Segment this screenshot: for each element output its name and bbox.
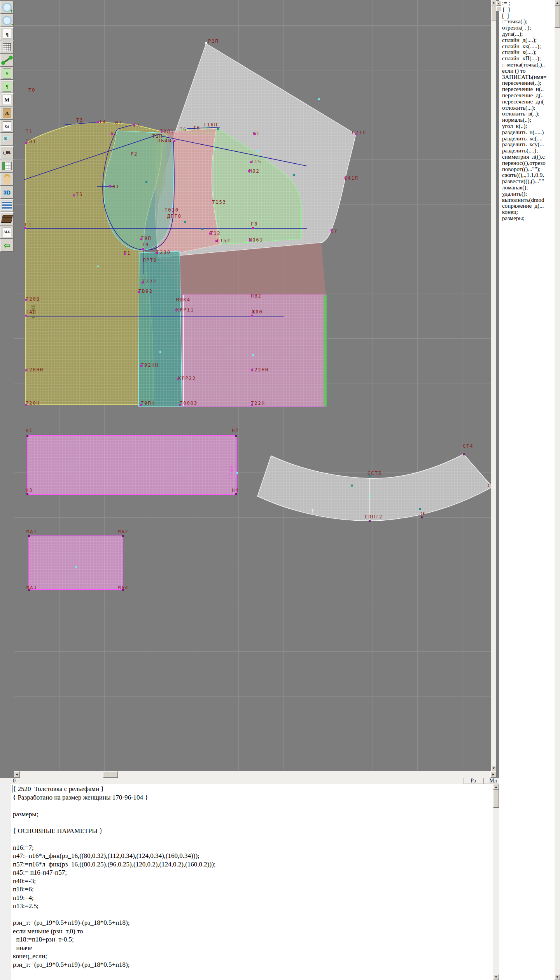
code-line[interactable]: п18:=п18+рзн_т-0.5; [13,935,216,944]
point-marker [250,161,252,163]
panel-scroll-down-button[interactable]: ▼ [555,974,560,980]
command-list-item[interactable]: разделить(....); [502,148,546,154]
command-list-item[interactable]: сжать((),.,1.1,0.9, [502,172,546,178]
panel-up-button[interactable]: ▲ [496,1,501,6]
canvas-scroll-up-button[interactable]: ▲ [491,0,496,5]
point-label: Н4 [232,488,239,493]
point-label: Н2 [232,428,239,433]
command-list-item[interactable]: сплайн к(....); [502,49,546,56]
command-list-item[interactable]: развести((),()..."" [502,178,546,185]
canvas-hscroll-thumb[interactable] [103,771,118,778]
piece-cuff-rect[interactable] [29,536,123,590]
editor-code[interactable]: { 2520 Толстовка с рельефами }{ Разработ… [13,785,216,969]
point-marker [257,150,259,152]
point-label: Т152 [216,238,231,243]
command-list-item[interactable]: :=точка(.); [502,19,546,25]
code-line[interactable]: п18:=6; [13,885,216,894]
editor-scroll-down-button[interactable]: ▼ [493,974,499,980]
command-list-item[interactable]: пересечение(..); [502,80,546,86]
command-list-item[interactable]: симметрия л(().с [502,154,546,160]
command-list-item[interactable]: пересечение н(.. [502,86,546,93]
command-list-item[interactable]: дуга(...); [502,31,546,37]
piece-band-rect[interactable] [27,436,236,495]
command-list-item[interactable]: :=метка(точка(.).. [502,62,546,68]
code-line[interactable]: п57:=п16*л_фнк(рз_16,((80,0.25),(96,0.25… [13,860,216,869]
point-marker [28,589,30,591]
code-line[interactable]: { 2520 Толстовка с рельефами } [13,785,216,793]
point-label: 07 [115,121,122,125]
command-list-item[interactable]: угол к(..); [502,123,546,130]
command-list-item[interactable]: ЗАПИСАТЬ(имя= [502,74,546,80]
command-list-item[interactable]: { } [502,7,546,13]
command-list-item[interactable]: конец; [502,209,546,215]
code-line[interactable]: п45:= п16-п47-п57; [13,868,216,877]
command-list-item[interactable]: сплайн кк(.....); [502,44,546,50]
code-line[interactable] [13,818,216,827]
panel-vscrollbar[interactable] [555,6,560,974]
command-list-item[interactable]: [ ] [502,13,546,19]
command-list-item[interactable]: сплайн кП(....); [502,56,546,62]
code-line[interactable]: рзн_т:=(рз_19*0.5+п19)-(рз_18*0.5+п18); [13,961,216,969]
point-marker [177,378,179,380]
point-marker [463,453,465,455]
code-line[interactable]: { ОСНОВНЫЕ ПАРАМЕТРЫ } [13,827,216,835]
command-list-item[interactable]: отложить в(..); [502,111,546,117]
command-list-item[interactable]: разделить кс(.... [502,136,546,142]
command-list-item[interactable]: размеры; [502,215,546,222]
code-line[interactable]: п40:=-3; [13,877,216,886]
code-line[interactable]: { Разработано на размер женщины 170-96-1… [13,793,216,802]
point-marker [142,282,144,284]
editor-scroll-up-button[interactable]: ▲ [493,784,499,790]
piece-collar-band[interactable] [257,454,491,521]
point-marker [140,238,142,240]
canvas-hscrollbar[interactable] [14,771,496,778]
panel-scroll-up-button[interactable]: ▲ [555,0,560,6]
command-list-item[interactable]: сопряжение д(... [502,203,546,209]
code-line[interactable]: п16:=7; [13,844,216,852]
canvas-scroll-left-button[interactable]: ◄ [14,771,20,778]
command-list-item[interactable]: поворот(()...""); [502,166,546,173]
program-editor[interactable]: { 2520 Толстовка с рельефами }{ Разработ… [0,784,493,980]
command-list-item[interactable]: сплайн д(....); [502,37,546,44]
canvas-vscrollbar[interactable] [491,5,496,766]
code-line[interactable]: п13:=2.5; [13,902,216,910]
command-list-item[interactable]: ломаная(); [502,185,546,191]
code-line[interactable]: размеры; [13,810,216,819]
mode-button-rz[interactable]: Рз [464,778,483,784]
point-marker [138,291,140,293]
canvas-scroll-right-button[interactable]: ► [490,771,496,778]
command-list-item[interactable]: разделить н(.....) [502,130,546,136]
command-list-item[interactable]: пересечение д(.. [502,93,546,99]
code-line[interactable] [13,910,216,919]
code-line[interactable]: рзн_т:=(рз_19*0.5+п19)-(рз_18*0.5+п18); [13,919,216,927]
command-list-item[interactable]: отрезок( . ); [502,25,546,31]
point-marker [252,354,254,356]
canvas-scroll-down-button[interactable]: ▼ [491,766,496,771]
panel-blank-button[interactable] [496,6,501,11]
code-line[interactable]: если меньше (рзн_т,0) то [13,927,216,936]
editor-vscrollbar[interactable] [493,790,499,974]
point-label: Р2 [131,152,138,156]
code-line[interactable]: конец_если; [13,952,216,961]
code-line[interactable] [13,802,216,810]
command-list-item[interactable]: := ; [502,0,546,7]
code-line[interactable] [13,835,216,844]
command-list-item[interactable]: удалить(); [502,191,546,197]
command-list-item[interactable]: если () то [502,68,546,74]
point-marker [25,142,27,144]
canvas-vscroll-thumb[interactable] [491,5,496,21]
piece-teal-side[interactable] [104,131,174,250]
command-list-item[interactable]: выполнить(dmod [502,197,546,203]
code-line[interactable]: п19:=4; [13,894,216,902]
panel-vscroll-thumb[interactable] [555,6,560,28]
command-list-item[interactable]: пересечение дн( [502,99,546,105]
point-marker [254,133,256,135]
command-list-item[interactable]: нормаль(..); [502,117,546,123]
command-list-item[interactable]: перенос((),отрезо [502,160,546,166]
code-line[interactable]: п47:=п16*л_фнк(рз_16,((80,0.32),(112,0.3… [13,852,216,860]
command-list-item[interactable]: отложить(...); [502,105,546,111]
command-list-item[interactable]: разделить ксу(... [502,142,546,148]
code-line[interactable]: иначе [13,944,216,952]
editor-vscroll-thumb[interactable] [493,790,499,808]
piece-teal-strip[interactable] [138,251,184,406]
